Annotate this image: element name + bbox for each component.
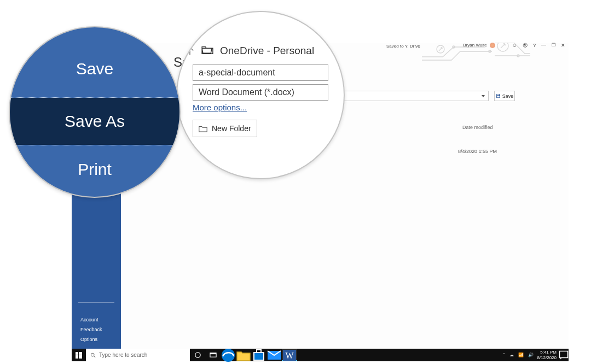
new-folder-button[interactable]: New Folder [193, 120, 257, 137]
rail-feedback[interactable]: Feedback [80, 327, 102, 332]
file-type-select[interactable]: Word Document (*.docx) [193, 84, 328, 101]
zoom-lens-backstage-menu: Save Save As Print [9, 26, 181, 198]
tray-wifi-icon[interactable]: 📶 [518, 353, 524, 357]
svg-rect-5 [497, 96, 500, 98]
help-icon[interactable]: ? [533, 43, 536, 48]
svg-line-11 [94, 356, 96, 357]
start-button[interactable] [72, 349, 86, 361]
svg-point-1 [497, 43, 508, 51]
app-store[interactable] [251, 349, 266, 361]
svg-rect-21 [560, 351, 568, 357]
menu-separator [10, 145, 179, 145]
current-save-location[interactable]: OneDrive - Personal [220, 45, 314, 57]
decorative-circuit-art [421, 43, 530, 62]
more-options-link[interactable]: More options... [193, 103, 328, 112]
tray-volume-icon[interactable]: 🔊 [528, 353, 534, 357]
taskbar-search[interactable]: Type here to search [86, 349, 190, 361]
column-header-date-modified: Date modified [462, 125, 493, 130]
save-icon [496, 93, 501, 98]
svg-point-10 [91, 353, 94, 356]
cortana-button[interactable] [190, 349, 205, 361]
svg-rect-9 [79, 355, 82, 359]
rail-divider [78, 302, 114, 303]
menu-item-save[interactable]: Save [10, 48, 179, 90]
restore-button[interactable]: ❐ [552, 43, 555, 48]
close-button[interactable]: ✕ [561, 43, 565, 48]
app-mail[interactable] [266, 349, 282, 361]
minimize-button[interactable]: — [541, 43, 546, 48]
title-bar: Saved to Y: Drive Bryan Wolfe ☺ ☹ ? — ❐ … [121, 43, 569, 50]
menu-item-save-as[interactable]: Save As [10, 98, 179, 145]
taskbar-clock[interactable]: 5:41 PM 8/12/2020 [537, 350, 559, 361]
title-saved-location: Saved to Y: Drive [386, 44, 420, 49]
app-edge[interactable] [221, 349, 236, 361]
task-view-button[interactable] [205, 349, 221, 361]
new-folder-icon [199, 125, 207, 132]
save-location-header: OneDrive - Personal [185, 45, 336, 57]
rail-options[interactable]: Options [80, 337, 102, 342]
open-folder-icon [201, 45, 213, 57]
app-word[interactable]: W [282, 349, 297, 361]
tray-cloud-icon[interactable]: ☁ [509, 353, 514, 357]
svg-rect-17 [254, 353, 263, 360]
zoom-lens-save-panel: OneDrive - Personal a-special-document W… [176, 11, 345, 179]
app-file-explorer[interactable] [236, 349, 251, 361]
filename-input[interactable]: a-special-document [193, 64, 328, 81]
action-center-button[interactable] [559, 349, 569, 361]
tray-chevron-up-icon[interactable]: ˄ [503, 353, 505, 357]
rail-account[interactable]: Account [80, 317, 102, 322]
svg-point-12 [195, 353, 200, 357]
svg-text:W: W [285, 351, 294, 360]
windows-taskbar: Type here to search W ˄ ☁ 📶 🔊 5:41 PM 8/… [72, 349, 569, 361]
taskbar-apps: W [221, 349, 297, 361]
save-button[interactable]: Save [494, 91, 515, 101]
svg-rect-6 [76, 352, 78, 355]
system-tray[interactable]: ˄ ☁ 📶 🔊 [500, 353, 537, 357]
svg-rect-14 [210, 353, 216, 354]
svg-rect-8 [76, 355, 78, 359]
windows-logo-icon [76, 352, 82, 359]
file-row-date-modified: 8/4/2020 1:55 PM [458, 149, 497, 154]
svg-rect-7 [79, 352, 82, 355]
